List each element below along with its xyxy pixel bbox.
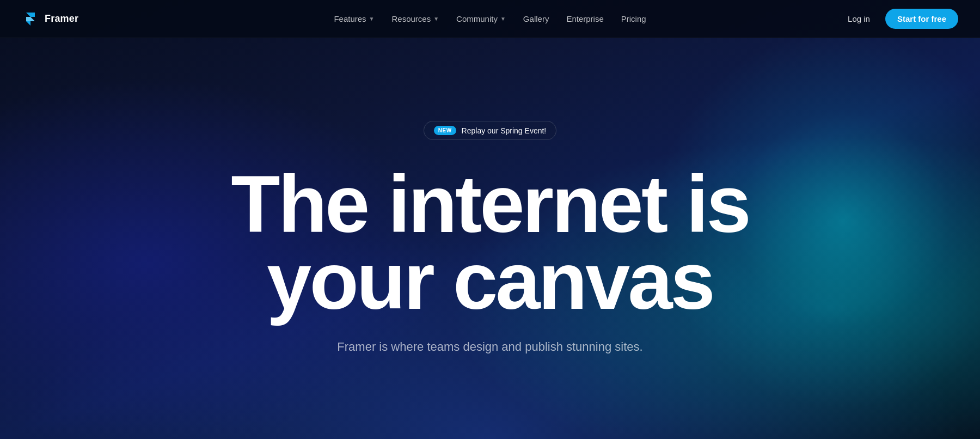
announcement-badge[interactable]: NEW Replay our Spring Event! <box>424 121 556 140</box>
nav-logo-group: Framer <box>22 10 78 28</box>
chevron-down-icon: ▼ <box>369 16 375 22</box>
badge-text: Replay our Spring Event! <box>462 126 547 135</box>
hero-content: NEW Replay our Spring Event! The interne… <box>0 121 980 356</box>
login-button[interactable]: Log in <box>841 10 877 28</box>
nav-features[interactable]: Features ▼ <box>326 10 382 28</box>
nav-gallery[interactable]: Gallery <box>516 10 557 28</box>
nav-community[interactable]: Community ▼ <box>449 10 513 28</box>
new-tag-label: NEW <box>434 126 456 135</box>
nav-resources[interactable]: Resources ▼ <box>384 10 446 28</box>
nav-center-links: Features ▼ Resources ▼ Community ▼ Galle… <box>326 10 653 28</box>
brand-name: Framer <box>45 13 78 25</box>
start-free-button[interactable]: Start for free <box>885 9 958 29</box>
framer-logo-icon <box>22 10 39 28</box>
hero-subtext: Framer is where teams design and publish… <box>337 337 642 356</box>
navbar: Framer Features ▼ Resources ▼ Community … <box>0 0 980 38</box>
hero-section: NEW Replay our Spring Event! The interne… <box>0 0 980 439</box>
chevron-down-icon: ▼ <box>500 16 506 22</box>
nav-enterprise[interactable]: Enterprise <box>559 10 611 28</box>
nav-right-actions: Log in Start for free <box>841 9 958 29</box>
chevron-down-icon: ▼ <box>433 16 439 22</box>
nav-pricing[interactable]: Pricing <box>614 10 654 28</box>
hero-heading: The internet is your canvas <box>231 166 749 319</box>
